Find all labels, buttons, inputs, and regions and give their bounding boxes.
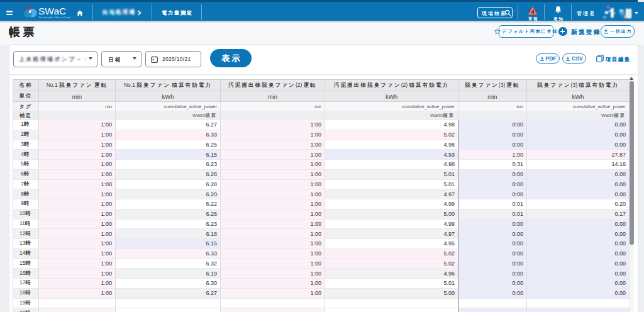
svg-text:4: 4	[531, 8, 534, 14]
